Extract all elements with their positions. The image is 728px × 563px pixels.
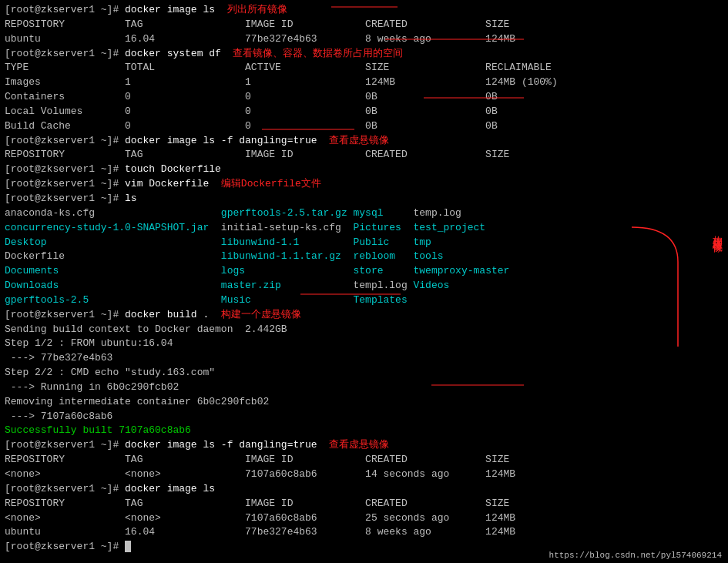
terminal-line: Containers 0 0 0B 0B (5, 90, 723, 105)
terminal-line: Build Cache 0 0 0B 0B (5, 119, 723, 134)
terminal-line: gperftools-2.5 Music Templates (5, 293, 723, 308)
terminal: [root@zkserver1 ~]# docker image ls 列出所有… (0, 0, 728, 563)
terminal-line: [root@zkserver1 ~]# touch Dockerfile (5, 163, 723, 177)
terminal-line: ubuntu 16.04 77be327e4b63 8 weeks ago 12… (5, 32, 723, 47)
cursor (125, 541, 131, 552)
side-annotation: 构建虚悬镜像 (710, 227, 723, 236)
terminal-line: ubuntu 16.04 77be327e4b63 8 weeks ago 12… (5, 525, 723, 540)
terminal-line: Sending build context to Docker daemon 2… (5, 323, 723, 337)
terminal-line: [root@zkserver1 ~]# docker system df 查看镜… (5, 47, 723, 62)
terminal-line: REPOSITORY TAG IMAGE ID CREATED SIZE (5, 148, 723, 163)
terminal-line: [root@zkserver1 ~]# docker build . 构建一个虚… (5, 308, 723, 323)
terminal-line: concurrency-study-1.0-SNAPSHOT.jar initi… (5, 221, 723, 236)
terminal-line: <none> <none> 7107a60c8ab6 14 seconds ag… (5, 467, 723, 482)
terminal-line: [root@zkserver1 ~]# docker image ls -f d… (5, 134, 723, 149)
terminal-line: REPOSITORY TAG IMAGE ID CREATED SIZE (5, 497, 723, 511)
terminal-line: [root@zkserver1 ~]# docker image ls -f d… (5, 438, 723, 453)
terminal-line: ---> 77be327e4b63 (5, 351, 723, 366)
terminal-line: [root@zkserver1 ~]# docker image ls (5, 482, 723, 497)
terminal-line: [root@zkserver1 ~]# docker image ls 列出所有… (5, 3, 723, 18)
terminal-line: Dockerfile libunwind-1.1.tar.gz rebloom … (5, 250, 723, 264)
terminal-line: Removing intermediate container 6b0c290f… (5, 395, 723, 410)
terminal-line: Step 2/2 : CMD echo "study.163.com" (5, 366, 723, 380)
terminal-line: Local Volumes 0 0 0B 0B (5, 105, 723, 119)
terminal-line: anaconda-ks.cfg gperftools-2.5.tar.gz my… (5, 206, 723, 221)
terminal-line: REPOSITORY TAG IMAGE ID CREATED SIZE (5, 453, 723, 467)
terminal-line: [root@zkserver1 ~]# ls (5, 192, 723, 206)
watermark: https://blog.csdn.net/pyl574069214 (549, 551, 722, 560)
terminal-line: Downloads master.zip templ.log Videos (5, 279, 723, 293)
terminal-line: Step 1/2 : FROM ubuntu:16.04 (5, 337, 723, 351)
terminal-line: Images 1 1 124MB 124MB (100%) (5, 75, 723, 90)
terminal-line: <none> <none> 7107a60c8ab6 25 seconds ag… (5, 511, 723, 526)
terminal-line: Desktop libunwind-1.1 Public tmp (5, 236, 723, 250)
terminal-line: TYPE TOTAL ACTIVE SIZE RECLAIMABLE (5, 61, 723, 75)
terminal-line: Successfully built 7107a60c8ab6 (5, 424, 723, 438)
terminal-line: Documents logs store twemproxy-master (5, 264, 723, 279)
terminal-line: ---> 7107a60c8ab6 (5, 410, 723, 424)
terminal-line: ---> Running in 6b0c290fcb02 (5, 380, 723, 395)
terminal-line: REPOSITORY TAG IMAGE ID CREATED SIZE (5, 18, 723, 32)
terminal-line: [root@zkserver1 ~]# vim Dockerfile 编辑Doc… (5, 177, 723, 192)
